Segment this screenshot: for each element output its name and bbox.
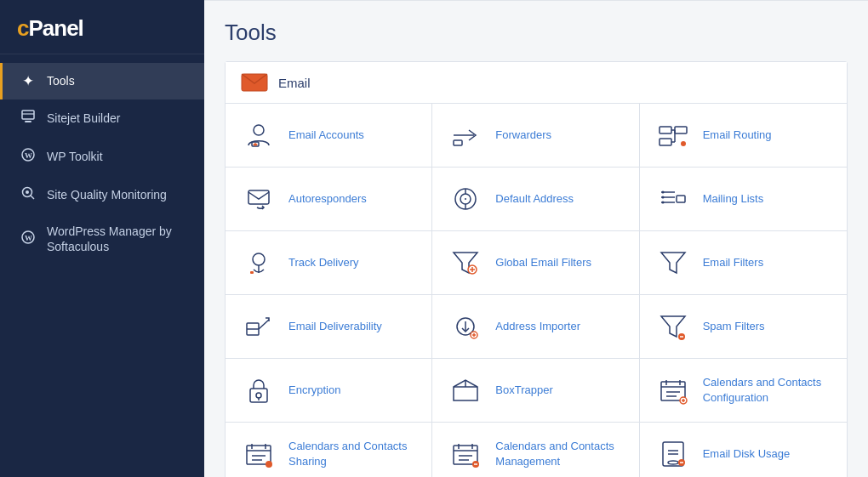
default-address-icon [448, 181, 483, 217]
email-section-label: Email [278, 76, 311, 90]
svg-rect-1 [25, 121, 31, 122]
track-delivery-icon [241, 245, 277, 281]
tool-boxtrapper[interactable]: BoxTrapper [432, 359, 639, 423]
tool-calendars-contacts-sharing[interactable]: Calendars and Contacts Sharing [226, 423, 432, 477]
tool-calendars-contacts-mgmt[interactable]: Calendars and Contacts Management [432, 423, 639, 477]
sidebar-item-wp-toolkit[interactable]: W WP Toolkit [0, 138, 204, 176]
svg-rect-15 [660, 127, 671, 133]
email-section-header: Email [226, 62, 847, 104]
default-address-label: Default Address [495, 191, 574, 207]
tool-email-deliverability[interactable]: Email Deliverability [226, 295, 432, 359]
track-delivery-label: Track Delivery [288, 255, 359, 270]
tool-encryption[interactable]: Encryption [226, 359, 432, 423]
svg-marker-41 [661, 253, 685, 273]
wp-toolkit-icon: W [20, 147, 37, 167]
tool-default-address[interactable]: Default Address [432, 168, 639, 231]
sidebar: cPanel ✦ Tools Sitejet Builder W [0, 0, 204, 477]
spam-filters-icon [655, 309, 691, 344]
tool-email-routing[interactable]: Email Routing [640, 104, 847, 168]
email-disk-usage-label: Email Disk Usage [703, 446, 791, 462]
autoresponders-label: Autoresponders [288, 191, 367, 207]
email-section-icon [241, 72, 268, 93]
svg-rect-31 [677, 196, 685, 202]
address-importer-label: Address Importer [495, 319, 580, 334]
content-area: Tools Email [204, 1, 868, 477]
calendars-contacts-sharing-icon [241, 436, 277, 472]
mailing-lists-label: Mailing Lists [703, 191, 764, 207]
email-section: Email Email Accounts [225, 61, 848, 477]
email-filters-label: Email Filters [703, 255, 764, 270]
forwarders-icon [448, 117, 483, 153]
global-email-filters-icon [448, 245, 483, 281]
spam-filters-label: Spam Filters [703, 319, 765, 334]
sidebar-item-wp-manager-label: WordPress Manager by Softaculous [47, 224, 187, 254]
calendars-contacts-mgmt-icon [448, 436, 483, 472]
calendars-contacts-config-icon [655, 372, 691, 408]
sidebar-item-sqm[interactable]: Site Quality Monitoring [0, 176, 204, 214]
page-title: Tools [225, 20, 848, 46]
sidebar-item-sitejet[interactable]: Sitejet Builder [0, 99, 204, 138]
tool-global-email-filters[interactable]: Global Email Filters [432, 231, 639, 295]
logo-c: c [17, 15, 28, 41]
svg-point-53 [256, 393, 261, 398]
svg-point-33 [661, 196, 664, 199]
sqm-icon [20, 185, 37, 205]
boxtrapper-icon [448, 372, 483, 408]
tools-icon: ✦ [20, 72, 37, 90]
svg-text:W: W [25, 234, 32, 242]
svg-rect-14 [454, 140, 462, 145]
calendars-contacts-mgmt-label: Calendars and Contacts Management [495, 439, 623, 468]
boxtrapper-label: BoxTrapper [495, 383, 552, 398]
svg-rect-22 [248, 190, 269, 204]
svg-line-6 [31, 196, 34, 199]
calendars-contacts-sharing-label: Calendars and Contacts Sharing [288, 439, 416, 468]
email-accounts-label: Email Accounts [288, 128, 364, 143]
svg-point-11 [254, 125, 264, 135]
tool-mailing-lists[interactable]: Mailing Lists [640, 168, 847, 231]
forwarders-label: Forwarders [495, 128, 551, 143]
email-filters-icon [655, 245, 691, 281]
address-importer-icon [448, 309, 483, 344]
tool-email-accounts[interactable]: Email Accounts [226, 104, 432, 168]
email-disk-usage-icon [655, 436, 691, 472]
tool-spam-filters[interactable]: Spam Filters [640, 295, 847, 359]
global-email-filters-label: Global Email Filters [495, 255, 591, 270]
calendars-contacts-config-label: Calendars and Contacts Configuration [703, 375, 831, 405]
email-deliverability-icon [241, 309, 277, 344]
logo-area: cPanel [0, 0, 204, 54]
email-tools-grid: Email Accounts Forwarders [226, 104, 847, 477]
sidebar-item-sqm-label: Site Quality Monitoring [47, 187, 167, 202]
email-routing-icon [655, 117, 691, 153]
encryption-icon [241, 372, 277, 408]
email-accounts-icon [241, 117, 277, 153]
sidebar-item-tools[interactable]: ✦ Tools [0, 63, 204, 99]
sidebar-item-wp-manager[interactable]: W WordPress Manager by Softaculous [0, 214, 204, 264]
main-content: Tools Email [204, 0, 868, 477]
sitejet-icon [20, 109, 37, 128]
svg-rect-17 [660, 139, 671, 145]
svg-point-21 [681, 141, 686, 146]
svg-rect-16 [675, 127, 687, 133]
tool-calendars-contacts-config[interactable]: Calendars and Contacts Configuration [640, 359, 847, 423]
svg-point-82 [668, 461, 678, 464]
svg-point-35 [253, 253, 265, 265]
tool-track-delivery[interactable]: Track Delivery [226, 231, 432, 295]
svg-rect-0 [22, 111, 34, 119]
tool-autoresponders[interactable]: Autoresponders [226, 168, 432, 231]
tool-forwarders[interactable]: Forwarders [432, 104, 639, 168]
tool-address-importer[interactable]: Address Importer [432, 295, 639, 359]
svg-text:W: W [25, 151, 32, 160]
autoresponders-icon [241, 181, 277, 217]
svg-point-32 [661, 191, 664, 194]
email-deliverability-label: Email Deliverability [288, 319, 382, 334]
encryption-label: Encryption [288, 383, 340, 398]
svg-point-72 [266, 461, 272, 468]
tool-email-filters[interactable]: Email Filters [640, 231, 847, 295]
tool-email-disk-usage[interactable]: Email Disk Usage [640, 423, 847, 477]
logo: cPanel [17, 15, 187, 42]
sidebar-nav: ✦ Tools Sitejet Builder W WP Toolkit [0, 54, 204, 272]
sidebar-item-tools-label: Tools [47, 73, 75, 88]
svg-point-34 [661, 202, 664, 204]
wp-manager-icon: W [20, 230, 37, 249]
svg-point-7 [26, 190, 29, 194]
